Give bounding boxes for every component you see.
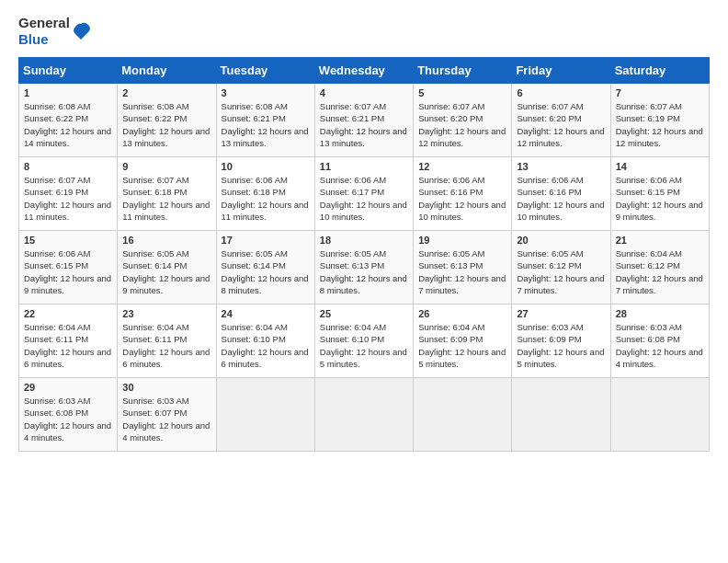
day-number: 8 bbox=[24, 161, 112, 172]
logo-container: General Blue bbox=[18, 15, 92, 48]
day-number: 17 bbox=[222, 235, 310, 246]
calendar-row: 8Sunrise: 6:07 AMSunset: 6:19 PMDaylight… bbox=[19, 157, 710, 231]
table-row: 28Sunrise: 6:03 AMSunset: 6:08 PMDayligh… bbox=[610, 304, 709, 378]
day-info: Sunrise: 6:05 AMSunset: 6:12 PMDaylight:… bbox=[517, 247, 605, 296]
day-info: Sunrise: 6:06 AMSunset: 6:16 PMDaylight:… bbox=[418, 174, 506, 223]
empty-cell bbox=[610, 378, 709, 452]
day-number: 27 bbox=[517, 308, 605, 319]
header-tuesday: Tuesday bbox=[216, 58, 314, 84]
table-row: 12Sunrise: 6:06 AMSunset: 6:16 PMDayligh… bbox=[414, 157, 512, 231]
header-thursday: Thursday bbox=[414, 58, 512, 84]
empty-cell bbox=[414, 378, 512, 452]
day-info: Sunrise: 6:05 AMSunset: 6:13 PMDaylight:… bbox=[320, 247, 408, 296]
day-number: 4 bbox=[320, 87, 408, 98]
table-row: 4Sunrise: 6:07 AMSunset: 6:21 PMDaylight… bbox=[314, 84, 413, 157]
day-info: Sunrise: 6:05 AMSunset: 6:14 PMDaylight:… bbox=[122, 247, 210, 296]
table-row: 3Sunrise: 6:08 AMSunset: 6:21 PMDaylight… bbox=[216, 84, 314, 157]
header-friday: Friday bbox=[512, 58, 610, 84]
day-number: 20 bbox=[517, 235, 605, 246]
calendar-row: 29Sunrise: 6:03 AMSunset: 6:08 PMDayligh… bbox=[19, 378, 710, 452]
day-number: 11 bbox=[320, 161, 408, 172]
day-info: Sunrise: 6:07 AMSunset: 6:21 PMDaylight:… bbox=[320, 100, 408, 149]
day-info: Sunrise: 6:03 AMSunset: 6:09 PMDaylight:… bbox=[517, 321, 605, 370]
day-info: Sunrise: 6:07 AMSunset: 6:19 PMDaylight:… bbox=[616, 100, 704, 149]
day-number: 12 bbox=[418, 161, 506, 172]
day-number: 7 bbox=[616, 87, 704, 98]
calendar-table: Sunday Monday Tuesday Wednesday Thursday… bbox=[18, 57, 710, 452]
day-info: Sunrise: 6:04 AMSunset: 6:10 PMDaylight:… bbox=[222, 321, 310, 370]
table-row: 7Sunrise: 6:07 AMSunset: 6:19 PMDaylight… bbox=[610, 84, 709, 157]
day-number: 16 bbox=[122, 235, 210, 246]
day-info: Sunrise: 6:06 AMSunset: 6:15 PMDaylight:… bbox=[616, 174, 704, 223]
table-row: 17Sunrise: 6:05 AMSunset: 6:14 PMDayligh… bbox=[216, 231, 314, 304]
day-number: 9 bbox=[122, 161, 210, 172]
table-row: 5Sunrise: 6:07 AMSunset: 6:20 PMDaylight… bbox=[414, 84, 512, 157]
table-row: 26Sunrise: 6:04 AMSunset: 6:09 PMDayligh… bbox=[414, 304, 512, 378]
table-row: 1Sunrise: 6:08 AMSunset: 6:22 PMDaylight… bbox=[19, 84, 118, 157]
day-number: 2 bbox=[122, 87, 210, 98]
table-row: 15Sunrise: 6:06 AMSunset: 6:15 PMDayligh… bbox=[19, 231, 118, 304]
calendar-row: 22Sunrise: 6:04 AMSunset: 6:11 PMDayligh… bbox=[19, 304, 710, 378]
header-sunday: Sunday bbox=[19, 58, 118, 84]
day-number: 14 bbox=[616, 161, 704, 172]
table-row: 10Sunrise: 6:06 AMSunset: 6:18 PMDayligh… bbox=[216, 157, 314, 231]
table-row: 29Sunrise: 6:03 AMSunset: 6:08 PMDayligh… bbox=[19, 378, 118, 452]
day-number: 19 bbox=[418, 235, 506, 246]
calendar-row: 1Sunrise: 6:08 AMSunset: 6:22 PMDaylight… bbox=[19, 84, 710, 157]
day-info: Sunrise: 6:04 AMSunset: 6:11 PMDaylight:… bbox=[24, 321, 112, 370]
table-row: 30Sunrise: 6:03 AMSunset: 6:07 PMDayligh… bbox=[118, 378, 216, 452]
empty-cell bbox=[216, 378, 314, 452]
day-number: 3 bbox=[222, 87, 310, 98]
table-row: 24Sunrise: 6:04 AMSunset: 6:10 PMDayligh… bbox=[216, 304, 314, 378]
day-info: Sunrise: 6:04 AMSunset: 6:11 PMDaylight:… bbox=[122, 321, 210, 370]
table-row: 21Sunrise: 6:04 AMSunset: 6:12 PMDayligh… bbox=[610, 231, 709, 304]
day-number: 10 bbox=[222, 161, 310, 172]
day-number: 29 bbox=[24, 382, 112, 393]
table-row: 22Sunrise: 6:04 AMSunset: 6:11 PMDayligh… bbox=[19, 304, 118, 378]
logo-wave-icon bbox=[72, 21, 92, 41]
day-number: 5 bbox=[418, 87, 506, 98]
header-monday: Monday bbox=[118, 58, 216, 84]
day-info: Sunrise: 6:03 AMSunset: 6:08 PMDaylight:… bbox=[24, 395, 112, 443]
table-row: 2Sunrise: 6:08 AMSunset: 6:22 PMDaylight… bbox=[118, 84, 216, 157]
calendar-body: 1Sunrise: 6:08 AMSunset: 6:22 PMDaylight… bbox=[19, 84, 710, 452]
day-info: Sunrise: 6:07 AMSunset: 6:20 PMDaylight:… bbox=[517, 100, 605, 149]
table-row: 20Sunrise: 6:05 AMSunset: 6:12 PMDayligh… bbox=[512, 231, 610, 304]
day-info: Sunrise: 6:04 AMSunset: 6:09 PMDaylight:… bbox=[418, 321, 506, 370]
day-info: Sunrise: 6:08 AMSunset: 6:21 PMDaylight:… bbox=[222, 100, 310, 149]
day-number: 30 bbox=[122, 382, 210, 393]
empty-cell bbox=[512, 378, 610, 452]
day-number: 25 bbox=[320, 308, 408, 319]
day-number: 13 bbox=[517, 161, 605, 172]
weekday-header-row: Sunday Monday Tuesday Wednesday Thursday… bbox=[19, 58, 710, 84]
day-info: Sunrise: 6:06 AMSunset: 6:18 PMDaylight:… bbox=[222, 174, 310, 223]
header-saturday: Saturday bbox=[610, 58, 709, 84]
table-row: 11Sunrise: 6:06 AMSunset: 6:17 PMDayligh… bbox=[314, 157, 413, 231]
empty-cell bbox=[314, 378, 413, 452]
table-row: 13Sunrise: 6:06 AMSunset: 6:16 PMDayligh… bbox=[512, 157, 610, 231]
day-info: Sunrise: 6:03 AMSunset: 6:07 PMDaylight:… bbox=[122, 395, 210, 443]
table-row: 8Sunrise: 6:07 AMSunset: 6:19 PMDaylight… bbox=[19, 157, 118, 231]
table-row: 19Sunrise: 6:05 AMSunset: 6:13 PMDayligh… bbox=[414, 231, 512, 304]
day-info: Sunrise: 6:07 AMSunset: 6:20 PMDaylight:… bbox=[418, 100, 506, 149]
day-number: 22 bbox=[24, 308, 112, 319]
table-row: 18Sunrise: 6:05 AMSunset: 6:13 PMDayligh… bbox=[314, 231, 413, 304]
calendar-page: General Blue Sunday Monday Tuesday Wedne… bbox=[0, 0, 728, 466]
day-number: 21 bbox=[616, 235, 704, 246]
day-info: Sunrise: 6:04 AMSunset: 6:12 PMDaylight:… bbox=[616, 247, 704, 296]
logo: General Blue bbox=[18, 15, 92, 48]
day-info: Sunrise: 6:06 AMSunset: 6:15 PMDaylight:… bbox=[24, 247, 112, 296]
header-wednesday: Wednesday bbox=[314, 58, 413, 84]
logo-text: General Blue bbox=[18, 15, 70, 48]
day-number: 28 bbox=[616, 308, 704, 319]
table-row: 6Sunrise: 6:07 AMSunset: 6:20 PMDaylight… bbox=[512, 84, 610, 157]
day-info: Sunrise: 6:08 AMSunset: 6:22 PMDaylight:… bbox=[24, 100, 112, 149]
day-info: Sunrise: 6:05 AMSunset: 6:14 PMDaylight:… bbox=[222, 247, 310, 296]
table-row: 27Sunrise: 6:03 AMSunset: 6:09 PMDayligh… bbox=[512, 304, 610, 378]
table-row: 9Sunrise: 6:07 AMSunset: 6:18 PMDaylight… bbox=[118, 157, 216, 231]
day-info: Sunrise: 6:07 AMSunset: 6:18 PMDaylight:… bbox=[122, 174, 210, 223]
table-row: 25Sunrise: 6:04 AMSunset: 6:10 PMDayligh… bbox=[314, 304, 413, 378]
day-number: 6 bbox=[517, 87, 605, 98]
day-number: 18 bbox=[320, 235, 408, 246]
day-number: 23 bbox=[122, 308, 210, 319]
